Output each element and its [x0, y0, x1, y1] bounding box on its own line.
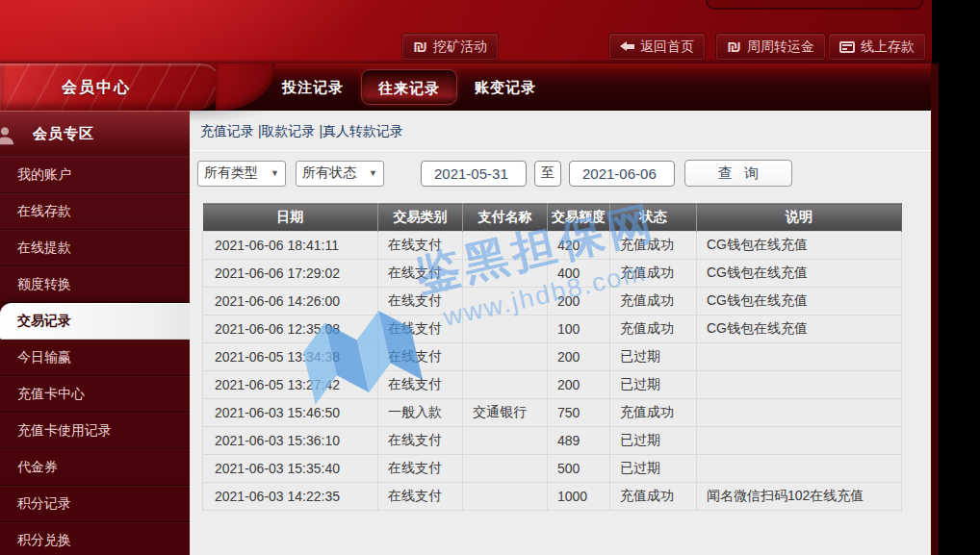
status-filter-select[interactable]: 所有状态 ▼ [296, 161, 384, 187]
tab-投注记录[interactable]: 投注记录 [265, 69, 361, 105]
date-from-input[interactable] [421, 161, 527, 187]
link-充值记录[interactable]: 充值记录 [200, 123, 254, 139]
sidebar-item-我的账户[interactable]: 我的账户 [0, 157, 190, 193]
top-panel-notch [706, 0, 923, 10]
sidebar-item-代金券[interactable]: 代金券 [0, 449, 190, 486]
mining-activity-button[interactable]: ₪ 挖矿活动 [402, 34, 498, 60]
cell [697, 455, 902, 483]
link-取款记录[interactable]: 取款记录 [262, 123, 316, 139]
table-row: 2021-06-05 13:34:38在线支付200已过期 [203, 343, 902, 371]
column-header-状态: 状态 [610, 204, 697, 232]
link-真人转款记录[interactable]: 真人转款记录 [322, 123, 403, 139]
link-separator: | [254, 123, 262, 139]
cell: 489 [548, 427, 610, 455]
date-range-to-label: 至 [534, 161, 561, 187]
tab-bar: 投注记录往来记录账变记录 [190, 63, 932, 111]
date-to-input[interactable] [569, 161, 675, 187]
cell [463, 260, 548, 288]
chevron-down-icon: ▼ [271, 168, 279, 178]
table-header-row: 日期交易类别支付名称交易额度状态说明 [203, 204, 902, 232]
record-nav-bar: 投注记录往来记录账变记录 [190, 63, 932, 111]
sidebar-item-充值卡中心[interactable]: 充值卡中心 [0, 376, 190, 413]
table-body: 2021-06-06 18:41:11在线支付420充值成功CG钱包在线充值20… [203, 232, 902, 511]
table-row: 2021-06-03 15:35:40在线支付500已过期 [203, 455, 902, 483]
page-root: ₪ 挖矿活动 返回首页 ₪ 周周转运金 线上存款 投注记录往来记录账变记录 会员… [0, 0, 980, 555]
sidebar-section-title: 会员专区 [33, 125, 94, 143]
cell: 已过期 [610, 427, 697, 455]
cell: 在线支付 [378, 232, 463, 260]
cell: 交通银行 [463, 399, 548, 427]
cell [463, 232, 548, 260]
member-center-tab: 会员中心 [0, 63, 221, 111]
sidebar-menu: 我的账户在线存款在线提款额度转换交易记录今日输赢充值卡中心充值卡使用记录代金券积… [0, 157, 190, 555]
table-row: 2021-06-03 15:36:10在线支付489已过期 [203, 427, 902, 455]
search-button[interactable]: 查询 [684, 160, 792, 187]
cell: 在线支付 [378, 455, 463, 483]
weekly-bonus-button[interactable]: ₪ 周周转运金 [716, 34, 825, 60]
right-edge-strip [931, 63, 939, 555]
table-row: 2021-06-05 13:27:42在线支付200已过期 [203, 371, 902, 399]
status-filter-value: 所有状态 [302, 164, 356, 182]
cell: CG钱包在线充值 [697, 260, 902, 288]
cell: CG钱包在线充值 [697, 232, 902, 260]
tab-账变记录[interactable]: 账变记录 [457, 69, 554, 105]
table-row: 2021-06-06 12:35:08在线支付100充值成功CG钱包在线充值 [203, 315, 902, 343]
cell [463, 455, 548, 483]
sidebar-item-交易记录[interactable]: 交易记录 [0, 303, 190, 340]
cell: 在线支付 [378, 483, 463, 511]
online-deposit-button[interactable]: 线上存款 [829, 34, 925, 60]
cell: 2021-06-03 14:22:35 [203, 483, 378, 511]
cell: 2021-06-06 12:35:08 [203, 315, 378, 343]
table-row: 2021-06-06 14:26:00在线支付200充值成功CG钱包在线充值 [203, 288, 902, 315]
type-filter-select[interactable]: 所有类型 ▼ [197, 161, 286, 187]
cell: 闻名微信扫码102在线充值 [697, 483, 902, 511]
cell: 400 [548, 260, 610, 288]
back-home-label: 返回首页 [640, 38, 694, 56]
cell: 200 [548, 288, 610, 315]
filter-row: 所有类型 ▼ 所有状态 ▼ 至 查询 [190, 160, 931, 187]
sidebar-item-积分兑换[interactable]: 积分兑换 [0, 522, 190, 555]
column-header-日期: 日期 [203, 204, 378, 232]
cell: 750 [548, 399, 610, 427]
cell: 500 [548, 455, 610, 483]
table-row: 2021-06-03 15:46:50一般入款交通银行750充值成功 [203, 399, 902, 427]
record-type-links: 充值记录 |取款记录 |真人转款记录 [190, 111, 931, 140]
cell: CG钱包在线充值 [697, 288, 902, 315]
column-header-交易类别: 交易类别 [378, 204, 463, 232]
mining-activity-label: 挖矿活动 [433, 38, 487, 56]
cell: 1000 [548, 483, 610, 511]
sidebar-item-在线提款[interactable]: 在线提款 [0, 230, 190, 266]
table-row: 2021-06-06 18:41:11在线支付420充值成功CG钱包在线充值 [203, 232, 902, 260]
sidebar-section-header: 会员专区 [0, 111, 190, 157]
member-center-title: 会员中心 [0, 63, 193, 111]
cell: 在线支付 [378, 343, 463, 371]
cell: 已过期 [610, 455, 697, 483]
shekel-icon: ₪ [727, 38, 741, 55]
sidebar-item-额度转换[interactable]: 额度转换 [0, 266, 190, 303]
sidebar-item-在线存款[interactable]: 在线存款 [0, 193, 190, 230]
cell: 在线支付 [378, 315, 463, 343]
cell: 在线支付 [378, 427, 463, 455]
cell [697, 399, 902, 427]
sidebar-item-积分记录[interactable]: 积分记录 [0, 486, 190, 522]
cell: 100 [548, 315, 610, 343]
back-home-button[interactable]: 返回首页 [609, 34, 705, 60]
cell: 充值成功 [610, 315, 697, 343]
cell [463, 371, 548, 399]
link-separator: | [316, 123, 323, 139]
cell: 2021-06-06 18:41:11 [203, 232, 378, 260]
sidebar-item-充值卡使用记录[interactable]: 充值卡使用记录 [0, 413, 190, 449]
cell [463, 483, 548, 511]
cell: 200 [548, 371, 610, 399]
sidebar-item-今日输赢[interactable]: 今日输赢 [0, 340, 190, 376]
divider [190, 150, 931, 151]
cell: 在线支付 [378, 288, 463, 315]
cell: 充值成功 [610, 483, 697, 511]
chevron-down-icon: ▼ [369, 168, 377, 178]
cell: 2021-06-06 14:26:00 [203, 288, 378, 315]
bank-card-icon [839, 41, 855, 53]
cell: 充值成功 [610, 260, 697, 288]
person-icon [0, 125, 16, 146]
tab-往来记录[interactable]: 往来记录 [361, 69, 457, 105]
cell [463, 315, 548, 343]
